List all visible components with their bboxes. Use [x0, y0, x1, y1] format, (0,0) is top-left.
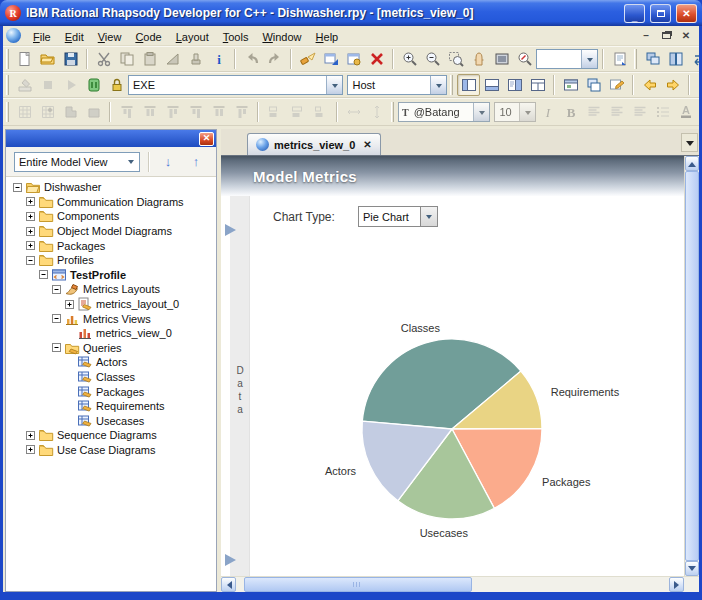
- tree-item-profiles[interactable]: Profiles: [9, 253, 216, 268]
- view-selector-dropdown-button[interactable]: [123, 153, 139, 171]
- tab-metrics-view-0[interactable]: metrics_view_0 ✕: [247, 133, 381, 155]
- zoom-level-combo-dropdown-button[interactable]: [581, 50, 597, 68]
- scroll-right-button[interactable]: [669, 577, 684, 592]
- collapse-icon[interactable]: [39, 270, 48, 279]
- expand-icon[interactable]: [26, 445, 35, 454]
- swap-windows-button[interactable]: [687, 48, 699, 70]
- collapse-icon[interactable]: [52, 343, 61, 352]
- move-down-button[interactable]: ↓: [158, 152, 178, 172]
- menu-file[interactable]: File: [26, 29, 58, 45]
- configuration-combo[interactable]: EXE: [128, 75, 343, 95]
- tree-item-requirements[interactable]: Requirements: [9, 399, 216, 414]
- zoom-level-combo[interactable]: [536, 49, 598, 69]
- tree-item-components[interactable]: Components: [9, 209, 216, 224]
- move-up-button[interactable]: ↑: [186, 152, 206, 172]
- paste-button[interactable]: [138, 48, 161, 70]
- vertical-scrollbar[interactable]: [684, 156, 699, 576]
- horizontal-scroll-track[interactable]: [236, 577, 669, 592]
- toolbar-grip[interactable]: [6, 102, 9, 122]
- menu-edit[interactable]: Edit: [58, 29, 91, 45]
- tree-item-usecases[interactable]: Usecases: [9, 414, 216, 429]
- scroll-up-button[interactable]: [685, 156, 699, 171]
- expand-icon[interactable]: [26, 197, 35, 206]
- toolbar-grip[interactable]: [450, 75, 453, 95]
- cut-button[interactable]: [92, 48, 115, 70]
- diagram-views-button[interactable]: [559, 74, 582, 96]
- tree-item-metrics-views[interactable]: Metrics Views: [9, 311, 216, 326]
- tree-item-metrics-layouts[interactable]: Metrics Layouts: [9, 282, 216, 297]
- menu-help[interactable]: Help: [309, 29, 346, 45]
- toolbar-grip[interactable]: [391, 102, 394, 122]
- tree-item-classes[interactable]: Classes: [9, 370, 216, 385]
- zoom-area-button[interactable]: [444, 48, 467, 70]
- mdi-restore-button[interactable]: [657, 28, 675, 43]
- make-target-button[interactable]: [82, 74, 105, 96]
- view-selector-combo[interactable]: Entire Model View: [14, 152, 140, 172]
- undo-button[interactable]: [240, 48, 263, 70]
- copy-button[interactable]: [115, 48, 138, 70]
- expand-icon[interactable]: [26, 212, 35, 221]
- window-maximize-button[interactable]: [650, 4, 671, 23]
- zoom-out-button[interactable]: [421, 48, 444, 70]
- expand-icon[interactable]: [26, 241, 35, 250]
- forward-nav-button[interactable]: [661, 74, 684, 96]
- host-combo[interactable]: Host: [347, 75, 447, 95]
- back-nav-button[interactable]: [638, 74, 661, 96]
- arrange-windows-button[interactable]: [664, 48, 687, 70]
- collapse-icon[interactable]: [26, 256, 35, 265]
- toolbar-grip[interactable]: [6, 49, 9, 69]
- window-close-button[interactable]: ✕: [676, 4, 697, 23]
- chart-type-dropdown-button[interactable]: [420, 207, 437, 226]
- fit-to-window-button[interactable]: [490, 48, 513, 70]
- configuration-combo-dropdown-button[interactable]: [326, 76, 342, 94]
- tab-list-button[interactable]: [681, 133, 698, 152]
- collapse-icon[interactable]: [52, 285, 61, 294]
- goto-diagram-button[interactable]: [319, 48, 342, 70]
- reroute-line-button[interactable]: [161, 48, 184, 70]
- tree-item-sequence-diagrams[interactable]: Sequence Diagrams: [9, 428, 216, 443]
- tree-item-use-case-diagrams[interactable]: Use Case Diagrams: [9, 443, 216, 458]
- menu-layout[interactable]: Layout: [169, 29, 216, 45]
- toolbar-grip[interactable]: [634, 49, 637, 69]
- element-info-button[interactable]: i: [207, 48, 230, 70]
- tree-item-packages[interactable]: Packages: [9, 384, 216, 399]
- search-flashlight-button[interactable]: [296, 48, 319, 70]
- tree-item-packages[interactable]: Packages: [9, 238, 216, 253]
- expand-icon[interactable]: [65, 300, 74, 309]
- mdi-minimize-button[interactable]: –: [637, 28, 655, 43]
- open-model-button[interactable]: [36, 48, 59, 70]
- pan-hand-button[interactable]: [467, 48, 490, 70]
- tree-item-dishwasher[interactable]: Dishwasher: [9, 180, 216, 195]
- font-family-combo-dropdown-button[interactable]: [473, 103, 489, 121]
- expand-icon[interactable]: [26, 227, 35, 236]
- page-setup-button[interactable]: [608, 48, 631, 70]
- window-minimize-button[interactable]: _: [624, 4, 645, 23]
- browser-toggle-button[interactable]: [457, 74, 480, 96]
- collapse-icon[interactable]: [52, 314, 61, 323]
- toolbar-grip[interactable]: [6, 75, 9, 95]
- tree-item-metrics-layout-0[interactable]: metrics_layout_0: [9, 297, 216, 312]
- customize-pencil-button[interactable]: [605, 74, 628, 96]
- tree-item-communication-diagrams[interactable]: Communication Diagrams: [9, 195, 216, 210]
- vertical-scroll-thumb[interactable]: [685, 171, 699, 561]
- browser-panel-close-button[interactable]: ✕: [199, 132, 214, 146]
- mdi-close-button[interactable]: ✕: [677, 28, 695, 43]
- format-tool-button[interactable]: [184, 48, 207, 70]
- scroll-left-button[interactable]: [221, 577, 236, 592]
- report-tool-button[interactable]: [342, 48, 365, 70]
- tree-item-object-model-diagrams[interactable]: Object Model Diagrams: [9, 224, 216, 239]
- chart-type-combo[interactable]: Pie Chart: [358, 206, 438, 227]
- title-bar[interactable]: R IBM Rational Rhapsody Developer for C+…: [0, 0, 702, 26]
- expand-icon[interactable]: [26, 431, 35, 440]
- delete-from-model-button[interactable]: [365, 48, 388, 70]
- font-size-combo-dropdown-button[interactable]: [519, 103, 535, 121]
- tree-item-queries[interactable]: Queries: [9, 341, 216, 356]
- tree-item-actors[interactable]: Actors: [9, 355, 216, 370]
- font-family-combo[interactable]: T@Batang: [398, 102, 490, 122]
- new-file-button[interactable]: [13, 48, 36, 70]
- collapse-icon[interactable]: [13, 183, 22, 192]
- expand-data-panel-top-arrow-icon[interactable]: [225, 224, 236, 236]
- menu-tools[interactable]: Tools: [216, 29, 256, 45]
- tree-item-metrics-view-0[interactable]: metrics_view_0: [9, 326, 216, 341]
- output-window-button[interactable]: [480, 74, 503, 96]
